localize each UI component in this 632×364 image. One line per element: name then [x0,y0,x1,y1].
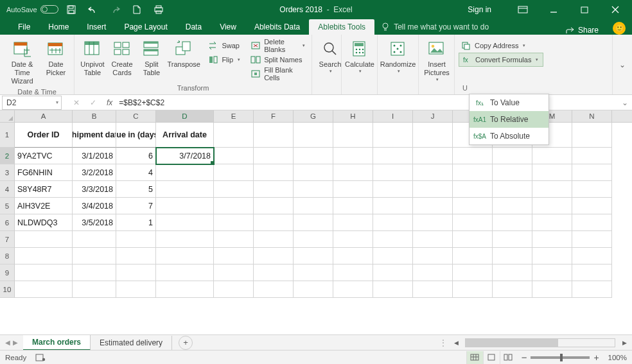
horizontal-scrollbar[interactable] [465,338,615,347]
cell[interactable] [453,181,493,198]
cell[interactable] [73,281,116,298]
cell[interactable] [453,264,493,281]
split-table-button[interactable]: Split Table [137,37,166,83]
cell[interactable] [493,264,532,281]
cell[interactable] [333,281,373,298]
cell[interactable]: 3/3/2018 [73,181,116,198]
zoom-in-button[interactable]: + [593,352,599,363]
sheet-tab-march-orders[interactable]: March orders [23,335,91,351]
cell[interactable] [532,198,572,214]
col-header-N[interactable]: N [572,110,612,122]
cell[interactable] [532,264,572,281]
col-header-I[interactable]: I [373,110,413,122]
cell[interactable] [214,264,254,281]
scroll-left-icon[interactable]: ◀ [451,338,461,347]
cell[interactable]: 5 [116,181,156,198]
cell[interactable] [294,181,333,198]
swap-button[interactable]: Swap [206,39,243,53]
scroll-right-icon[interactable]: ▶ [619,338,629,347]
tab-home[interactable]: Home [39,19,78,35]
cell[interactable] [373,181,413,198]
cell[interactable]: S8Y48R7 [15,181,73,198]
unpivot-table-button[interactable]: Unpivot Table [78,37,107,83]
cell[interactable] [116,264,156,281]
date-picker-button[interactable]: Date Picker [42,37,70,87]
cell[interactable] [294,214,333,231]
cell[interactable] [453,231,493,248]
cell[interactable] [214,198,254,214]
cell[interactable] [413,198,453,214]
cell[interactable] [532,181,572,198]
cell[interactable] [493,281,532,298]
cell[interactable] [532,164,572,181]
expand-formula-bar-icon[interactable]: ⌄ [618,98,632,107]
tellme-search[interactable]: Tell me what you want to do [374,19,495,35]
col-header-H[interactable]: H [333,110,373,122]
accept-formula-icon[interactable]: ✓ [90,98,96,107]
minimize-icon[interactable] [545,1,563,19]
cell[interactable] [453,198,493,214]
cell[interactable] [15,281,73,298]
cell[interactable] [493,231,532,248]
zoom-slider[interactable] [531,356,590,359]
row-header[interactable]: 8 [0,248,15,264]
cell[interactable] [373,198,413,214]
cell[interactable] [294,264,333,281]
sheet-nav-prev-icon[interactable]: ◀ [5,339,10,346]
cell[interactable]: 7 [116,198,156,214]
cell[interactable] [532,231,572,248]
cell[interactable] [572,281,612,298]
cell[interactable] [572,181,612,198]
cell[interactable] [572,148,612,164]
cell[interactable] [156,214,214,231]
create-cards-button[interactable]: Create Cards [108,37,136,83]
share-button[interactable]: Share [565,26,606,35]
cell[interactable] [294,281,333,298]
new-sheet-button[interactable]: + [179,336,193,350]
cell[interactable] [532,281,572,298]
sheet-tab-estimated-delivery[interactable]: Estimated delivery [91,336,172,350]
cell[interactable] [413,123,453,148]
menu-to-absolute[interactable]: fx$ATo Absolute [470,128,549,144]
cell[interactable] [572,248,612,264]
cell[interactable] [254,214,294,231]
undo-icon[interactable] [88,4,98,15]
cell[interactable] [294,248,333,264]
cell[interactable] [15,248,73,264]
cell[interactable]: 3/1/2018 [73,148,116,164]
signin-link[interactable]: Sign in [468,5,491,14]
cell[interactable] [572,164,612,181]
zoom-out-button[interactable]: − [522,352,527,363]
cell[interactable] [333,123,373,148]
cell[interactable] [15,264,73,281]
cell[interactable]: 3/5/2018 [73,214,116,231]
cell[interactable] [413,181,453,198]
split-names-button[interactable]: Split Names [248,53,308,67]
autosave-toggle[interactable]: AutoSave [6,5,58,13]
row-header[interactable]: 9 [0,264,15,281]
cell[interactable] [156,264,214,281]
row-header[interactable]: 7 [0,231,15,248]
search-button[interactable]: Search▾ [316,37,344,91]
col-header-B[interactable]: B [73,110,116,122]
cell[interactable] [373,231,413,248]
print-icon[interactable] [154,4,164,15]
cell[interactable] [373,281,413,298]
cell[interactable] [572,214,612,231]
cell[interactable] [532,248,572,264]
col-header-G[interactable]: G [294,110,333,122]
cell[interactable] [116,281,156,298]
cell[interactable] [294,164,333,181]
cell[interactable] [254,148,294,164]
row-header[interactable]: 1 [0,123,15,148]
cell[interactable] [333,181,373,198]
row-header[interactable]: 4 [0,181,15,198]
zoom-level[interactable]: 100% [608,354,627,361]
cell[interactable]: NLDWDQ3 [15,214,73,231]
cell[interactable] [156,198,214,214]
tab-insert[interactable]: Insert [78,19,115,35]
delete-blanks-button[interactable]: Delete Blanks▾ [248,39,308,53]
cell[interactable] [413,264,453,281]
cell[interactable] [413,248,453,264]
fill-blank-cells-button[interactable]: Fill Blank Cells [248,67,308,81]
